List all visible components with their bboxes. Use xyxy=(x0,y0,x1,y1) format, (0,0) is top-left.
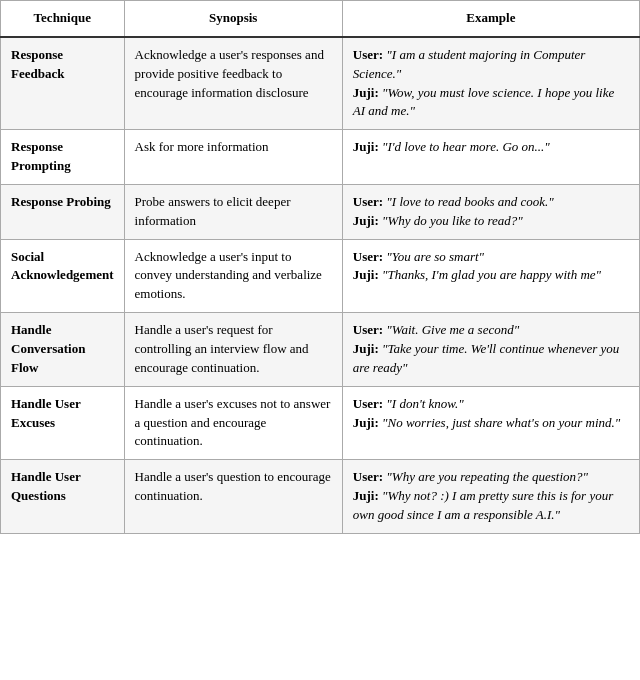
technique-cell: Handle Conversation Flow xyxy=(1,313,125,387)
header-technique: Technique xyxy=(1,1,125,37)
example-line: Juji: "I'd love to hear more. Go on..." xyxy=(353,139,550,154)
technique-cell: Social Acknowledgement xyxy=(1,239,125,313)
example-cell: Juji: "I'd love to hear more. Go on..." xyxy=(342,130,639,185)
technique-cell: Response Probing xyxy=(1,184,125,239)
table-row: Handle User ExcusesHandle a user's excus… xyxy=(1,386,640,460)
example-line: User: "I don't know." xyxy=(353,396,464,411)
technique-name: Social Acknowledgement xyxy=(11,249,114,283)
table-row: Handle Conversation FlowHandle a user's … xyxy=(1,313,640,387)
example-line: User: "You are so smart" xyxy=(353,249,484,264)
example-line: User: "I love to read books and cook." xyxy=(353,194,554,209)
example-line: User: "Wait. Give me a second" xyxy=(353,322,519,337)
synopsis-cell: Probe answers to elicit deeper informati… xyxy=(124,184,342,239)
example-line: User: "I am a student majoring in Comput… xyxy=(353,47,586,81)
example-line: User: "Why are you repeating the questio… xyxy=(353,469,588,484)
table-row: Response PromptingAsk for more informati… xyxy=(1,130,640,185)
table-row: Response ProbingProbe answers to elicit … xyxy=(1,184,640,239)
table-row: Response FeedbackAcknowledge a user's re… xyxy=(1,37,640,130)
example-cell: User: "I am a student majoring in Comput… xyxy=(342,37,639,130)
technique-cell: Response Feedback xyxy=(1,37,125,130)
table-row: Social AcknowledgementAcknowledge a user… xyxy=(1,239,640,313)
example-line: Juji: "Why do you like to read?" xyxy=(353,213,523,228)
example-cell: User: "You are so smart"Juji: "Thanks, I… xyxy=(342,239,639,313)
synopsis-cell: Acknowledge a user's responses and provi… xyxy=(124,37,342,130)
example-line: Juji: "Wow, you must love science. I hop… xyxy=(353,85,614,119)
synopsis-cell: Ask for more information xyxy=(124,130,342,185)
technique-name: Response Probing xyxy=(11,194,111,209)
technique-name: Handle User Questions xyxy=(11,469,80,503)
technique-name: Handle User Excuses xyxy=(11,396,80,430)
synopsis-cell: Handle a user's request for controlling … xyxy=(124,313,342,387)
synopsis-cell: Acknowledge a user's input to convey und… xyxy=(124,239,342,313)
technique-name: Handle Conversation Flow xyxy=(11,322,85,375)
techniques-table: Technique Synopsis Example Response Feed… xyxy=(0,0,640,534)
example-line: Juji: "No worries, just share what's on … xyxy=(353,415,620,430)
example-line: Juji: "Thanks, I'm glad you are happy wi… xyxy=(353,267,601,282)
example-cell: User: "Why are you repeating the questio… xyxy=(342,460,639,534)
synopsis-cell: Handle a user's question to encourage co… xyxy=(124,460,342,534)
technique-cell: Handle User Excuses xyxy=(1,386,125,460)
technique-cell: Response Prompting xyxy=(1,130,125,185)
technique-name: Response Prompting xyxy=(11,139,71,173)
synopsis-cell: Handle a user's excuses not to answer a … xyxy=(124,386,342,460)
example-line: Juji: "Take your time. We'll continue wh… xyxy=(353,341,620,375)
header-synopsis: Synopsis xyxy=(124,1,342,37)
example-cell: User: "I love to read books and cook."Ju… xyxy=(342,184,639,239)
technique-name: Response Feedback xyxy=(11,47,64,81)
example-cell: User: "I don't know."Juji: "No worries, … xyxy=(342,386,639,460)
example-line: Juji: "Why not? :) I am pretty sure this… xyxy=(353,488,614,522)
technique-cell: Handle User Questions xyxy=(1,460,125,534)
example-cell: User: "Wait. Give me a second"Juji: "Tak… xyxy=(342,313,639,387)
header-example: Example xyxy=(342,1,639,37)
table-row: Handle User QuestionsHandle a user's que… xyxy=(1,460,640,534)
